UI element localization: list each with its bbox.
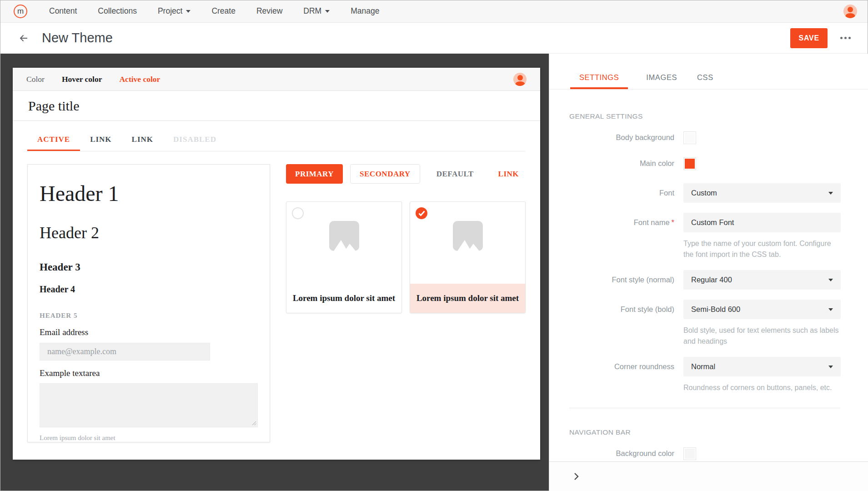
caret-down-icon [828,192,833,195]
preview-tab-active-color[interactable]: Active color [119,75,160,84]
settings-tabs: SETTINGS IMAGES CSS [549,54,868,90]
setting-row-corner-roundness: Corner roundness Normal [569,357,868,376]
sample-card-unselected[interactable]: Lorem ipsum dolor sit amet [286,201,402,313]
secondary-button[interactable]: SECONDARY [350,164,420,184]
link-tab-disabled: DISABLED [163,130,226,151]
person-icon [517,75,523,80]
nav-item-collections[interactable]: Collections [98,6,137,16]
checkmark-circle-icon[interactable] [416,207,427,219]
person-icon [848,7,853,12]
app-window: m Content Collections Project Create Rev… [0,0,868,491]
settings-panel-footer [549,461,868,491]
preview-title-bar: Page title [13,91,540,121]
preview-link-tabs: ACTIVE LINK LINK DISABLED [27,130,526,151]
sample-header-1: Header 1 [40,181,258,206]
sample-card-selected[interactable]: Lorem ipsum dolor sit amet [410,201,526,313]
selectable-cards-row: Lorem ipsum dolor sit amet Lor [286,201,528,313]
section-general-settings: GENERAL SETTINGS [569,112,868,120]
nav-item-manage[interactable]: Manage [351,6,379,16]
nav-item-drm[interactable]: DRM [303,6,330,16]
sample-header-3: Header 3 [40,261,258,273]
sample-header-2: Header 2 [40,223,258,242]
settings-panel: SETTINGS IMAGES CSS GENERAL SETTINGS Bod… [549,54,868,491]
corner-roundness-select[interactable]: Normal [683,357,841,376]
link-tab-link-2[interactable]: LINK [122,130,163,151]
link-button[interactable]: LINK [489,164,528,184]
textarea-label: Example textarea [40,368,258,378]
resize-grip-icon[interactable] [251,420,256,426]
page-header: New Theme SAVE [0,23,868,54]
logo-letter: m [17,7,24,16]
preview-tab-hover-color[interactable]: Hover color [62,75,102,84]
sample-header-4: Header 4 [40,284,258,295]
font-style-bold-select[interactable]: Semi-Bold 600 [683,300,841,319]
more-options-button[interactable] [839,34,852,42]
navbar-background-swatch[interactable] [683,447,696,460]
save-button[interactable]: SAVE [790,28,828,48]
collapse-panel-button[interactable] [569,470,583,483]
preview-page-title: Page title [28,98,79,114]
sample-header-5: HEADER 5 [40,312,258,320]
form-help-text: Lorem ipsum dolor sit amet [40,434,258,442]
tab-settings[interactable]: SETTINGS [570,73,628,89]
settings-body: GENERAL SETTINGS Body background Main co… [549,90,868,491]
preview-canvas: Color Hover color Active color Page titl… [0,54,549,491]
setting-row-font-style-normal: Font style (normal) Regular 400 [569,270,868,290]
radio-circle-icon[interactable] [292,207,304,219]
email-field[interactable] [40,343,210,361]
link-tab-link-1[interactable]: LINK [80,130,121,151]
font-name-helper: Type the name of your custom font. Confi… [683,238,841,260]
theme-preview-panel: Color Hover color Active color Page titl… [13,68,540,460]
setting-row-font: Font Custom [569,183,868,203]
primary-button[interactable]: PRIMARY [286,164,343,184]
user-avatar[interactable] [843,5,857,18]
default-button[interactable]: DEFAULT [427,164,483,184]
nav-item-create[interactable]: Create [211,6,236,16]
setting-row-font-style-bold: Font style (bold) Semi-Bold 600 [569,300,868,319]
caret-down-icon [186,10,191,13]
tab-css[interactable]: CSS [696,73,714,89]
buttons-row: PRIMARY SECONDARY DEFAULT LINK [286,164,528,184]
caret-down-icon [828,308,833,311]
font-style-bold-helper: Bold style, used for text elements such … [683,325,841,347]
nav-item-content[interactable]: Content [49,6,77,16]
required-asterisk: * [672,218,674,226]
nav-item-review[interactable]: Review [256,6,282,16]
font-style-normal-select[interactable]: Regular 400 [683,270,841,290]
chevron-right-icon [572,472,580,481]
back-button[interactable] [15,30,32,46]
corner-roundness-helper: Roundness of corners on buttons, panels,… [683,382,841,393]
body-background-swatch[interactable] [683,131,696,144]
page-title: New Theme [42,30,113,45]
caret-down-icon [828,366,833,368]
preview-tab-color[interactable]: Color [26,75,45,84]
brand-logo-icon[interactable]: m [14,5,27,18]
example-textarea[interactable] [40,383,258,427]
nav-item-project[interactable]: Project [158,6,191,16]
arrow-left-icon [19,33,29,43]
caret-down-icon [828,279,833,281]
image-placeholder-icon [329,221,359,251]
setting-row-body-background: Body background [569,131,868,144]
preview-content: ACTIVE LINK LINK DISABLED Header 1 Heade… [13,130,540,442]
typography-sample-card: Header 1 Header 2 Header 3 Header 4 HEAD… [27,164,270,442]
components-sample: PRIMARY SECONDARY DEFAULT LINK [286,164,528,442]
section-divider [569,408,840,408]
setting-row-main-color: Main color [569,157,868,170]
three-dots-icon [840,37,843,39]
setting-row-font-name: Font name* [569,213,868,232]
tab-images[interactable]: IMAGES [645,73,678,89]
workspace: Color Hover color Active color Page titl… [0,54,868,491]
card-caption: Lorem ipsum dolor sit amet [410,284,525,313]
main-color-swatch[interactable] [683,157,696,170]
section-navigation-bar: NAVIGATION BAR [569,428,868,436]
preview-user-avatar[interactable] [513,73,527,86]
image-placeholder-icon [453,221,483,251]
link-tab-active[interactable]: ACTIVE [27,130,80,151]
caret-down-icon [325,10,330,13]
email-label: Email address [40,327,258,337]
font-select[interactable]: Custom [683,183,841,203]
font-name-field[interactable] [683,213,841,232]
card-caption: Lorem ipsum dolor sit amet [286,284,401,313]
setting-row-navbar-background: Background color [569,447,868,460]
